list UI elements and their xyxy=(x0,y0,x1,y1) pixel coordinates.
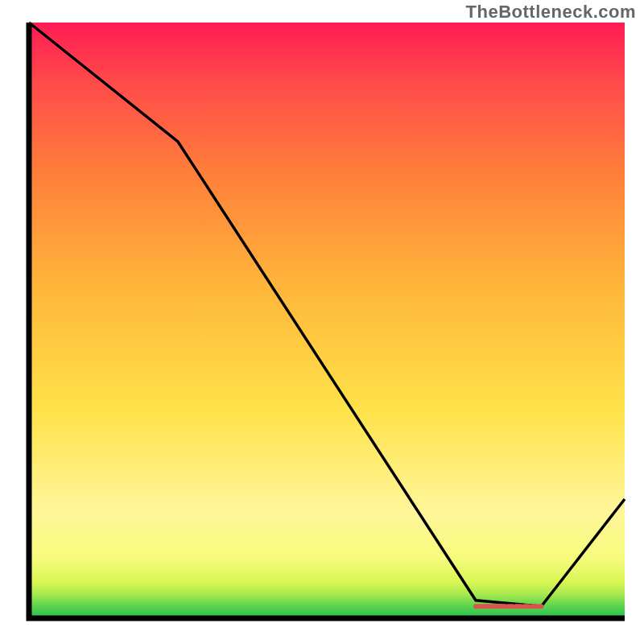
plot-background xyxy=(29,23,625,618)
chart-container: TheBottleneck.com xyxy=(0,0,644,644)
watermark-text: TheBottleneck.com xyxy=(466,2,636,23)
bottleneck-chart xyxy=(0,0,644,644)
